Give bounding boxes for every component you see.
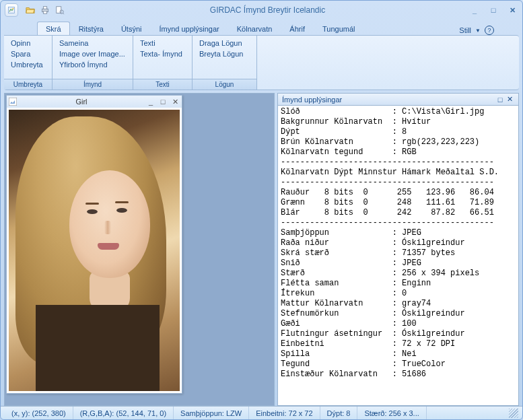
- cmd-texti[interactable]: Texti: [139, 38, 186, 48]
- mdi-maximize-button[interactable]: □: [158, 98, 168, 106]
- tab-skra[interactable]: Skrá: [37, 22, 70, 35]
- ribbon-group-imynd: Sameina Image over Image... Yfirborð Ímy…: [53, 36, 133, 90]
- cmd-yfirbord-imynd[interactable]: Yfirborð Ímynd: [58, 60, 127, 69]
- cmd-sameina[interactable]: Sameina: [58, 38, 127, 48]
- cmd-draga-logun[interactable]: Draga Lögun: [198, 38, 251, 48]
- tab-ahrif[interactable]: Áhrif: [281, 22, 314, 35]
- status-xy: (x, y): (252, 380): [5, 407, 73, 419]
- pin-icon[interactable]: □: [495, 96, 505, 104]
- help-button[interactable]: ?: [485, 26, 494, 35]
- ribbon-tabs: Skrá Ritstýra Útsýni Ímynd upplýsingar K…: [1, 20, 522, 35]
- chevron-down-icon[interactable]: ▼: [475, 28, 481, 34]
- maximize-button[interactable]: □: [487, 5, 499, 15]
- mdi-close-button[interactable]: ✕: [170, 98, 180, 106]
- tab-tungumal[interactable]: Tungumál: [314, 22, 364, 35]
- window-title: GIRDAC Ímynd Breytir Icelandic: [69, 5, 466, 15]
- resize-grip[interactable]: [509, 409, 518, 418]
- app-menu-button[interactable]: [5, 3, 18, 17]
- tab-kolnarvatn[interactable]: Kölnarvatn: [228, 22, 281, 35]
- still-menu[interactable]: Still: [459, 26, 471, 34]
- quick-access-toolbar: [24, 3, 67, 17]
- minimize-button[interactable]: _: [468, 5, 481, 15]
- tab-utsyni[interactable]: Útsýni: [112, 22, 151, 35]
- ribbon-group-texti: Texti Texta- Ímynd Texti: [133, 36, 193, 90]
- svg-rect-4: [43, 11, 46, 14]
- cmd-umbreyta[interactable]: Umbreyta: [9, 60, 46, 69]
- print-icon[interactable]: [38, 3, 52, 17]
- svg-rect-5: [57, 7, 61, 13]
- ribbon-group-umbreyta: Opinn Spara Umbreyta Umbreyta: [4, 36, 53, 90]
- folder-open-icon[interactable]: [24, 3, 37, 17]
- info-panel-body[interactable]: Slóð : C:\Vista\Girl.jpg Bakgrunnur Köln…: [278, 106, 518, 405]
- mdi-child-title: Girl: [20, 98, 143, 106]
- cmd-breyta-logun[interactable]: Breyta Lögun: [198, 49, 251, 59]
- window-controls: _ □ ✕: [468, 5, 518, 15]
- ribbon: Opinn Spara Umbreyta Umbreyta Sameina Im…: [4, 35, 519, 90]
- status-size: Stærð: 256 x 3...: [357, 407, 426, 419]
- svg-line-7: [63, 13, 64, 14]
- info-panel: Ímynd upplýsingar □ ✕ Slóð : C:\Vista\Gi…: [277, 93, 519, 406]
- image-file-icon: [9, 98, 17, 106]
- mdi-child-window[interactable]: Girl _ □ ✕: [6, 95, 182, 394]
- info-panel-titlebar[interactable]: Ímynd upplýsingar □ ✕: [278, 94, 518, 106]
- workspace: Girl _ □ ✕ Ímynd upplýsingar □ ✕ Slóð : …: [4, 93, 519, 406]
- cmd-opinn[interactable]: Opinn: [9, 38, 46, 48]
- cmd-texta-imynd[interactable]: Texta- Ímynd: [139, 49, 186, 59]
- cmd-spara[interactable]: Spara: [9, 49, 46, 59]
- mdi-child-titlebar[interactable]: Girl _ □ ✕: [7, 96, 182, 108]
- title-bar: GIRDAC Ímynd Breytir Icelandic _ □ ✕: [1, 1, 522, 20]
- status-rgba: (R,G,B,A): (52, 144, 71, 0): [73, 407, 174, 419]
- svg-point-1: [12, 8, 13, 9]
- panel-close-button[interactable]: ✕: [505, 95, 514, 104]
- print-preview-icon[interactable]: [53, 3, 67, 17]
- info-panel-title: Ímynd upplýsingar: [282, 96, 495, 104]
- cmd-image-over-image[interactable]: Image over Image...: [58, 49, 127, 59]
- status-depth: Dýpt: 8: [320, 407, 358, 419]
- svg-rect-8: [9, 98, 17, 106]
- ribbon-group-logun: Draga Lögun Breyta Lögun Lögun: [193, 36, 257, 90]
- info-text: Slóð : C:\Vista\Girl.jpg Bakgrunnur Köln…: [281, 107, 516, 380]
- tab-ritstyra[interactable]: Ritstýra: [70, 22, 112, 35]
- status-resolution: Einbeitni: 72 x 72: [249, 407, 320, 419]
- mdi-area[interactable]: Girl _ □ ✕: [4, 93, 275, 406]
- group-label: Ímynd: [53, 79, 133, 90]
- close-button[interactable]: ✕: [506, 5, 518, 15]
- tab-imynd-upplysingar[interactable]: Ímynd upplýsingar: [150, 22, 228, 35]
- group-label: Lögun: [193, 79, 256, 90]
- status-compression: Samþjöppun: LZW: [174, 407, 249, 419]
- group-label: Umbreyta: [4, 79, 52, 90]
- svg-rect-3: [43, 7, 46, 9]
- image-canvas[interactable]: [9, 110, 180, 391]
- group-label: Texti: [133, 79, 192, 90]
- mdi-minimize-button[interactable]: _: [146, 98, 155, 106]
- status-bar: (x, y): (252, 380) (R,G,B,A): (52, 144, …: [1, 406, 522, 419]
